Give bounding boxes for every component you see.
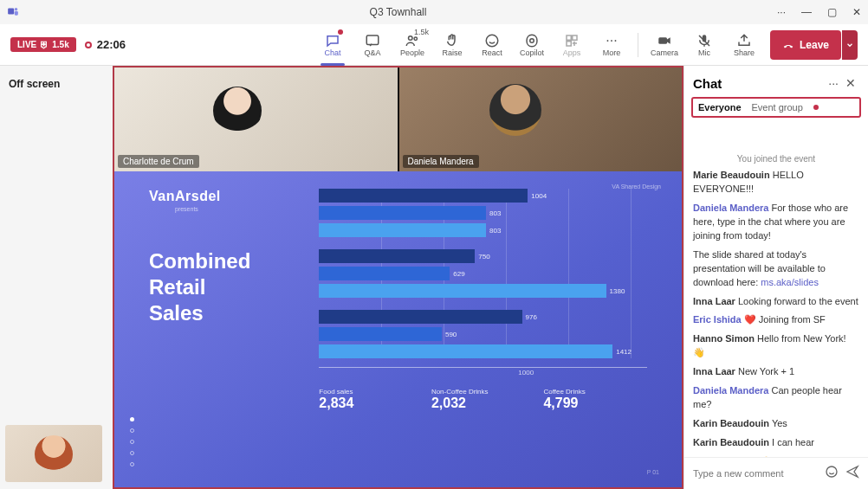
slide-chart: 1004803803750629138097659014121000 (319, 189, 656, 383)
presenter-name: Daniela Mandera (403, 155, 479, 168)
avatar (489, 84, 541, 136)
leave-button[interactable]: Leave (770, 30, 841, 60)
chat-panel: Chat ··· ✕ Everyone Event group You join… (683, 66, 868, 489)
svg-rect-9 (573, 35, 577, 40)
svg-point-7 (530, 38, 534, 42)
slide-brand: VanArsdel (149, 189, 319, 204)
chat-join-divider: You joined the event (684, 154, 868, 164)
meeting-timer: 22:06 (97, 38, 126, 51)
chart-bar: 590 (319, 327, 457, 341)
chat-message: Marie Beaudouin HELLO EVERYONE!!! (693, 169, 859, 196)
qa-icon (365, 33, 380, 48)
chat-close-button[interactable]: ✕ (842, 74, 859, 92)
chat-message: Karin Beaudouin I can hear (693, 436, 859, 450)
window-maximize-button[interactable]: ▢ (827, 6, 837, 18)
chat-tabs: Everyone Event group (691, 97, 861, 118)
apps-icon (564, 33, 580, 48)
chart-bar: 1004 (319, 189, 547, 203)
tab-unread-dot (813, 105, 819, 110)
chat-icon (325, 33, 340, 48)
offscreen-label: Off screen (5, 73, 107, 95)
hand-icon (444, 33, 460, 48)
chart-bar: 1412 (319, 344, 632, 358)
window-minimize-button[interactable]: — (801, 6, 812, 18)
mic-off-icon (696, 33, 712, 48)
svg-rect-11 (658, 37, 667, 44)
copilot-icon (524, 33, 540, 48)
slide-title: Combined Retail Sales (149, 248, 319, 326)
slide-totals: Food sales2,834Non-Coffee Drinks2,032Cof… (319, 388, 656, 411)
video-tile[interactable]: Daniela Mandera (398, 68, 683, 171)
more-button[interactable]: ··· More (593, 28, 631, 62)
emoji-button[interactable] (825, 465, 839, 482)
video-tile[interactable]: Charlotte de Crum (114, 68, 398, 171)
camera-button[interactable]: Camera (645, 28, 683, 62)
avatar (213, 87, 262, 135)
chat-message: Inna Laar New York + 1 (693, 365, 859, 379)
svg-point-5 (414, 37, 417, 40)
mic-button[interactable]: Mic (685, 28, 723, 62)
chat-message: Inna Laar Looking forward to the event (693, 295, 859, 309)
react-button[interactable]: React (473, 28, 511, 62)
chat-compose (684, 457, 868, 489)
hangup-icon (782, 39, 794, 51)
leave-dropdown[interactable] (842, 30, 858, 60)
title-bar: Q3 Townhall ··· — ▢ ✕ (0, 0, 868, 24)
qa-button[interactable]: Q&A (353, 28, 392, 62)
send-icon (845, 465, 859, 479)
svg-point-4 (408, 35, 412, 40)
presenter-video-row: Charlotte de Crum Daniela Mandera (114, 68, 682, 171)
svg-point-1 (15, 7, 18, 10)
slide-total: Food sales2,834 (319, 388, 431, 411)
shared-slide: VanArsdel presents Combined Retail Sales… (114, 171, 682, 487)
svg-point-6 (486, 35, 498, 47)
teams-icon (7, 5, 19, 20)
svg-point-13 (826, 466, 837, 477)
chart-bar: 750 (319, 249, 489, 263)
chat-unread-dot (338, 29, 343, 35)
svg-rect-0 (8, 8, 14, 14)
chat-button[interactable]: Chat (314, 28, 352, 62)
svg-rect-2 (15, 11, 18, 16)
window-close-button[interactable]: ✕ (852, 6, 861, 18)
live-indicator: LIVE ⛨ 1.5k (10, 37, 76, 52)
copilot-button[interactable]: Copilot (513, 28, 551, 62)
viewers-icon: ⛨ (40, 40, 49, 49)
raise-hand-button[interactable]: Raise (433, 28, 471, 62)
apps-button[interactable]: Apps (553, 28, 591, 62)
share-button[interactable]: Share (725, 28, 763, 62)
chat-message: Daniela Mandera Can people hear me? (693, 384, 859, 412)
chevron-down-icon (845, 41, 854, 49)
chart-bar: 1380 (319, 284, 625, 298)
chat-more-button[interactable]: ··· (825, 74, 842, 92)
chart-bar: 629 (319, 267, 464, 280)
slide-page-note: P 01 (647, 469, 659, 475)
chat-message: Eric Ishida ❤️ Joining from SF (693, 313, 859, 327)
chat-message: The slide shared at today's presentation… (693, 248, 859, 290)
chat-title: Chat (693, 76, 825, 91)
chat-input[interactable] (693, 468, 818, 479)
ellipsis-icon: ··· (606, 33, 617, 48)
meeting-toolbar: LIVE ⛨ 1.5k 22:06 Chat Q&A 1.5k People R… (0, 24, 868, 66)
tab-event-group[interactable]: Event group (752, 102, 803, 113)
tab-everyone[interactable]: Everyone (698, 102, 742, 113)
chart-bar: 976 (319, 310, 537, 324)
main-area: Off screen Charlotte de Crum Daniela Man… (0, 66, 868, 489)
send-button[interactable] (845, 465, 859, 482)
slide-progress-dots (130, 417, 134, 466)
smile-icon (484, 33, 500, 48)
svg-rect-3 (366, 35, 379, 45)
self-avatar (35, 435, 73, 473)
toolbar-divider (638, 33, 638, 57)
window-more-button[interactable]: ··· (777, 6, 786, 18)
svg-rect-8 (567, 35, 571, 40)
record-icon (85, 42, 92, 48)
chat-messages: Marie Beaudouin HELLO EVERYONE!!!Daniela… (684, 169, 868, 457)
presenter-name: Charlotte de Crum (118, 155, 199, 168)
smile-icon (825, 465, 839, 479)
people-button[interactable]: 1.5k People (393, 28, 431, 62)
toolbar-center: Chat Q&A 1.5k People Raise React Copilot… (314, 28, 763, 62)
self-video-preview[interactable] (5, 425, 102, 482)
chat-message: Daniela Mandera For those who are here, … (693, 202, 859, 243)
chart-bar: 803 (319, 206, 501, 220)
